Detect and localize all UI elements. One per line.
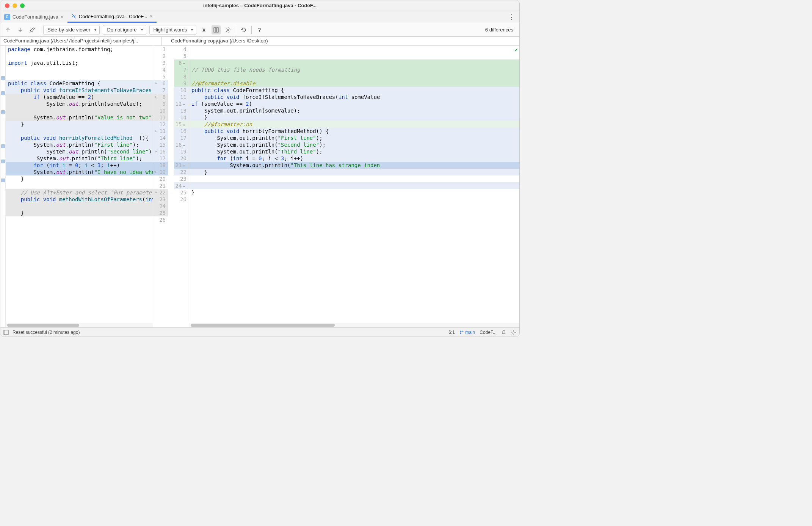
- collapse-unchanged-icon[interactable]: [199, 25, 208, 34]
- code-line[interactable]: //@formatter:disable: [189, 80, 519, 87]
- gutter-line[interactable]: 10: [174, 87, 189, 94]
- code-line[interactable]: System.out.println("First line");: [6, 141, 153, 148]
- code-line[interactable]: System.out.println("Second line");: [189, 141, 519, 148]
- code-line[interactable]: //@formatter:on: [189, 121, 519, 128]
- code-line[interactable]: public void forceIfStatementsToHaveBrace…: [189, 94, 519, 100]
- gutter-line[interactable]: 15«: [174, 121, 189, 128]
- gutter-line[interactable]: 17: [174, 135, 189, 141]
- apply-diff-icon[interactable]: «: [182, 102, 187, 107]
- gutter-line[interactable]: 23: [174, 175, 189, 182]
- code-line[interactable]: [189, 59, 519, 66]
- tab-codeformatting[interactable]: C CodeFormatting.java ×: [0, 11, 67, 23]
- apply-diff-icon[interactable]: »: [153, 128, 158, 135]
- gutter-line[interactable]: 26: [153, 216, 168, 223]
- sync-scroll-icon[interactable]: [212, 25, 221, 34]
- apply-diff-icon[interactable]: »: [153, 94, 158, 100]
- code-line[interactable]: for (int i = 0; i < 3; i++): [189, 155, 519, 162]
- apply-diff-icon[interactable]: «: [182, 184, 187, 189]
- apply-diff-icon[interactable]: «: [182, 143, 187, 148]
- left-gutter[interactable]: 12345»67»89101112»131415»161718»192021»2…: [153, 46, 168, 327]
- apply-diff-icon[interactable]: »: [153, 169, 158, 175]
- gutter-line[interactable]: 11: [174, 94, 189, 100]
- left-hscroll[interactable]: [6, 323, 153, 327]
- gutter-line[interactable]: 3: [153, 59, 168, 66]
- code-line[interactable]: [6, 107, 153, 114]
- help-icon[interactable]: ?: [255, 25, 264, 34]
- settings-icon[interactable]: [224, 25, 233, 34]
- gutter-line[interactable]: 25: [153, 210, 168, 216]
- code-line[interactable]: [6, 182, 153, 189]
- close-tab-icon[interactable]: ×: [150, 13, 153, 19]
- code-line[interactable]: [189, 196, 519, 203]
- code-line[interactable]: }: [6, 175, 153, 182]
- edit-icon[interactable]: [28, 25, 37, 34]
- gutter-line[interactable]: 26: [174, 196, 189, 203]
- gutter-line[interactable]: »16: [153, 148, 168, 155]
- gutter-line[interactable]: »6: [153, 80, 168, 87]
- code-line[interactable]: if (someValue == 2): [189, 100, 519, 107]
- gutter-line[interactable]: 23: [153, 196, 168, 203]
- code-line[interactable]: // TODO this file needs formatting: [189, 66, 519, 73]
- gutter-line[interactable]: 8: [174, 73, 189, 80]
- right-code[interactable]: // TODO this file needs formatting//@for…: [189, 46, 519, 323]
- code-line[interactable]: [189, 46, 519, 53]
- tool-window-icon[interactable]: [3, 330, 9, 335]
- cursor-position[interactable]: 6:1: [448, 330, 455, 335]
- gutter-line[interactable]: 18«: [174, 141, 189, 148]
- code-line[interactable]: public void horriblyFormattedMethod (){: [6, 135, 153, 141]
- apply-diff-icon[interactable]: «: [182, 163, 187, 168]
- gutter-line[interactable]: 20: [174, 155, 189, 162]
- code-line[interactable]: System.out.println("First line");: [189, 135, 519, 141]
- viewer-mode-select[interactable]: Side-by-side viewer: [43, 25, 100, 35]
- code-line[interactable]: package com.jetbrains.formatting;: [6, 46, 153, 53]
- code-line[interactable]: System.out.println("Third line");: [6, 155, 153, 162]
- gutter-line[interactable]: 5: [153, 73, 168, 80]
- code-line[interactable]: [189, 73, 519, 80]
- maximize-window-button[interactable]: [20, 3, 25, 8]
- code-line[interactable]: public void horriblyFormattedMethod() {: [189, 128, 519, 135]
- apply-diff-icon[interactable]: «: [182, 61, 187, 66]
- gutter-line[interactable]: 24: [153, 203, 168, 210]
- gutter-line[interactable]: 19: [174, 148, 189, 155]
- gutter-line[interactable]: 1: [153, 46, 168, 53]
- gutter-line[interactable]: »8: [153, 94, 168, 100]
- gutter-line[interactable]: 22: [174, 169, 189, 175]
- code-line[interactable]: }: [6, 121, 153, 128]
- code-line[interactable]: import java.util.List;: [6, 59, 153, 66]
- gutter-line[interactable]: 13: [174, 107, 189, 114]
- git-branch[interactable]: main: [459, 330, 475, 335]
- code-line[interactable]: [189, 53, 519, 59]
- gutter-line[interactable]: 20: [153, 175, 168, 182]
- right-gutter[interactable]: 456«789101112«131415«161718«192021«22232…: [174, 46, 189, 327]
- gutter-line[interactable]: 14: [174, 114, 189, 121]
- tab-diff[interactable]: CodeFormatting.java - CodeF... ×: [67, 11, 157, 23]
- code-line[interactable]: [6, 216, 153, 223]
- gutter-line[interactable]: 4: [153, 66, 168, 73]
- code-line[interactable]: [6, 128, 153, 135]
- left-code[interactable]: package com.jetbrains.formatting;import …: [6, 46, 153, 323]
- code-line[interactable]: public void forceIfStatementsToHaveBrace…: [6, 87, 153, 94]
- apply-diff-icon[interactable]: «: [182, 122, 187, 127]
- gutter-line[interactable]: 25: [174, 189, 189, 196]
- close-window-button[interactable]: [5, 3, 9, 8]
- code-line[interactable]: public void methodWithLotsOfParameters(i…: [6, 196, 153, 203]
- code-line[interactable]: System.out.println("Third line");: [189, 148, 519, 155]
- gutter-line[interactable]: 14: [153, 135, 168, 141]
- close-tab-icon[interactable]: ×: [61, 14, 64, 20]
- code-line[interactable]: System.out.println("This line has strang…: [189, 162, 519, 169]
- code-line[interactable]: }: [189, 169, 519, 175]
- tabs-overflow-menu[interactable]: ⋮: [503, 13, 519, 21]
- code-line[interactable]: System.out.println(someValue);: [189, 107, 519, 114]
- code-line[interactable]: }: [6, 210, 153, 216]
- code-line[interactable]: [6, 73, 153, 80]
- ide-settings-icon[interactable]: [511, 330, 516, 335]
- code-line[interactable]: [189, 182, 519, 189]
- gutter-line[interactable]: 15: [153, 141, 168, 148]
- minimize-window-button[interactable]: [13, 3, 17, 8]
- code-line[interactable]: System.out.println(someValue);: [6, 100, 153, 107]
- notifications-icon[interactable]: [501, 330, 506, 335]
- left-error-stripe[interactable]: [0, 46, 6, 327]
- gutter-line[interactable]: 5: [174, 53, 189, 59]
- code-line[interactable]: }: [189, 189, 519, 196]
- code-line[interactable]: [6, 66, 153, 73]
